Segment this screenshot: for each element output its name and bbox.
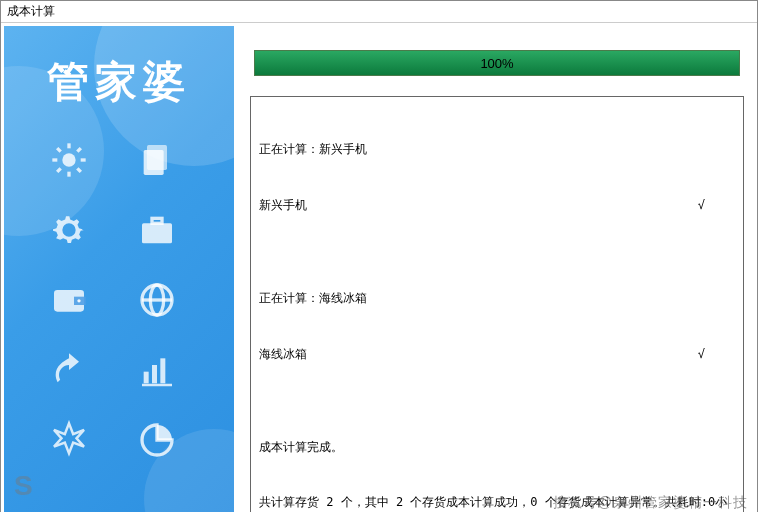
brand-label: 管家婆 [4, 26, 234, 128]
svg-line-6 [77, 168, 81, 172]
log-line: 海线冰箱√ [259, 345, 735, 364]
star-icon [45, 416, 93, 464]
svg-line-7 [57, 168, 61, 172]
svg-point-0 [62, 153, 75, 166]
check-mark: √ [698, 345, 735, 364]
log-summary: 共计算存货 2 个，其中 2 个存货成本计算成功，0 个存货成本计算异常。共耗时… [259, 493, 735, 512]
chart-icon [133, 346, 181, 394]
globe-icon [133, 276, 181, 324]
log-output: 正在计算：新兴手机 新兴手机√ 正在计算：海线冰箱 海线冰箱√ 成本计算完成。 … [250, 96, 744, 512]
sidebar-icons [4, 128, 234, 472]
title-bar: 成本计算 [1, 1, 757, 23]
wallet-icon [45, 276, 93, 324]
log-line: 新兴手机√ [259, 196, 735, 215]
svg-rect-19 [144, 372, 149, 384]
progress-label: 100% [480, 56, 513, 71]
svg-rect-20 [152, 365, 157, 383]
svg-rect-21 [160, 358, 165, 383]
log-line: 正在计算：新兴手机 [259, 140, 735, 159]
progress-bar: 100% [254, 50, 740, 76]
log-line: 正在计算：海线冰箱 [259, 289, 735, 308]
undo-icon [45, 346, 93, 394]
pie-icon [133, 416, 181, 464]
gear-icon [45, 206, 93, 254]
svg-point-15 [77, 299, 80, 302]
svg-rect-11 [142, 223, 172, 243]
content-area: 管家婆 100% 正在计算：新兴手机 [1, 23, 757, 512]
log-done: 成本计算完成。 [259, 438, 735, 457]
sidebar: 管家婆 [4, 26, 234, 512]
check-mark: √ [698, 196, 735, 215]
progress-section: 100% [250, 36, 744, 96]
svg-line-5 [57, 148, 61, 152]
svg-rect-10 [144, 150, 164, 175]
main-panel: 100% 正在计算：新兴手机 新兴手机√ 正在计算：海线冰箱 海线冰箱√ 成本计… [240, 26, 754, 512]
svg-rect-12 [152, 218, 162, 223]
svg-line-8 [77, 148, 81, 152]
window: 成本计算 管家婆 100% [0, 0, 758, 512]
briefcase-icon [133, 206, 181, 254]
documents-icon [133, 136, 181, 184]
sun-icon [45, 136, 93, 184]
window-title: 成本计算 [7, 4, 55, 18]
